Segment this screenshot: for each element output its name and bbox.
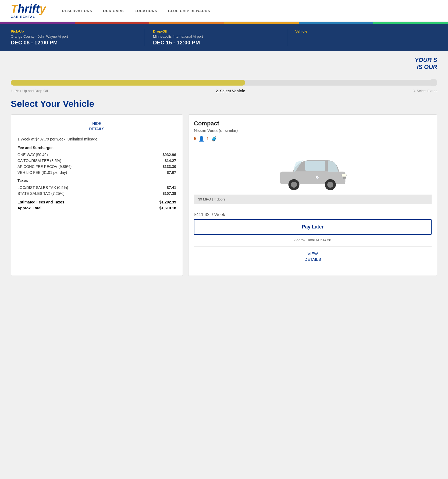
pay-later-button[interactable]: Pay Later bbox=[194, 219, 432, 235]
vehicle-class: Compact bbox=[194, 120, 432, 127]
fee-row-loc-dist: LOC/DIST SALES TAX (0.5%) $7.41 bbox=[17, 185, 176, 190]
car-image-area: N bbox=[194, 146, 432, 195]
pickup-date: DEC 08 - 12:00 PM bbox=[11, 40, 137, 46]
promo-banner: YOUR S IS OUR bbox=[0, 51, 448, 76]
main-content: HIDE DETAILS 1 Week at $407.79 per week.… bbox=[0, 112, 448, 287]
fee-amount-ap-conc: $133.30 bbox=[155, 164, 176, 169]
vehicle-section: Vehicle bbox=[295, 29, 429, 46]
color-seg-1 bbox=[0, 22, 75, 24]
color-bar bbox=[0, 22, 448, 24]
estimated-fees-amount: $1,202.39 bbox=[155, 200, 176, 204]
fee-name-one-way: ONE WAY ($0.49) bbox=[17, 153, 155, 157]
price-period: / Week bbox=[212, 212, 225, 217]
fee-name-veh-lic: VEH LIC FEE ($1.01 per day) bbox=[17, 170, 155, 175]
fee-row-ap-conc: AP CONC FEE RECOV (9.89%) $133.30 bbox=[17, 164, 176, 169]
color-seg-3 bbox=[149, 22, 224, 24]
page-title: Select Your Vehicle bbox=[11, 98, 437, 109]
vehicle-card: Compact Nissan Versa (or similar) 5 👤 1 … bbox=[188, 114, 437, 276]
approx-total-amount: $1,610.18 bbox=[155, 206, 176, 210]
hide-details-line2: DETAILS bbox=[17, 126, 176, 132]
price-value: $411.32 bbox=[194, 212, 209, 217]
taxes-section-title: Taxes bbox=[17, 178, 176, 183]
dropoff-date: DEC 15 - 12:00 PM bbox=[153, 40, 279, 46]
view-details-line2: DETAILS bbox=[194, 256, 432, 262]
divider bbox=[194, 246, 432, 246]
nav-blue-chip[interactable]: BLUE CHIP REWARDS bbox=[168, 9, 210, 13]
promo-line2: IS OUR bbox=[417, 64, 437, 70]
svg-point-6 bbox=[342, 174, 347, 177]
page-title-area: Select Your Vehicle bbox=[0, 93, 448, 112]
estimated-fees-row: Estimated Fees and Taxes $1,202.39 bbox=[17, 200, 176, 204]
fee-name-ca-tourism: CA TOURISM FEE (3.5%) bbox=[17, 159, 155, 163]
main-nav: RESERVATIONS OUR CARS LOCATIONS BLUE CHI… bbox=[62, 9, 210, 13]
step1-label: 1. Pick-Up and Drop-Off bbox=[11, 89, 48, 93]
progress-track bbox=[11, 79, 437, 87]
fee-amount-ca-tourism: $14.27 bbox=[155, 159, 176, 163]
approx-total-display: Approx. Total $1,614.58 bbox=[194, 238, 432, 242]
svg-rect-7 bbox=[343, 177, 346, 178]
svg-point-5 bbox=[327, 182, 333, 188]
step3-label: 3. Select Extras bbox=[413, 89, 437, 93]
person-icon: 👤 bbox=[198, 136, 204, 142]
approx-total-row: Approx. Total $1,610.18 bbox=[17, 206, 176, 210]
details-card: HIDE DETAILS 1 Week at $407.79 per week.… bbox=[11, 114, 183, 276]
bag-icon: 🧳 bbox=[211, 136, 217, 142]
progress-area: 1. Pick-Up and Drop-Off 2. Select Vehicl… bbox=[0, 76, 448, 93]
pickup-section: Pick-Up Orange County - John Wayne Airpo… bbox=[11, 29, 145, 46]
view-details-link[interactable]: VIEW DETAILS bbox=[194, 251, 432, 262]
estimated-fees-label: Estimated Fees and Taxes bbox=[17, 200, 155, 204]
color-seg-5 bbox=[299, 22, 374, 24]
approx-total-label: Approx. Total bbox=[17, 206, 155, 210]
svg-rect-1 bbox=[305, 161, 325, 170]
vehicle-info-bar: 39 MPG | 4 doors bbox=[194, 195, 432, 204]
view-details-line1: VIEW bbox=[194, 251, 432, 256]
fee-row-veh-lic: VEH LIC FEE ($1.01 per day) $7.07 bbox=[17, 170, 176, 175]
fee-row-one-way: ONE WAY ($0.49) $932.96 bbox=[17, 153, 176, 157]
dropoff-label: Drop-Off bbox=[153, 29, 279, 33]
logo-subtitle: CAR RENTAL bbox=[11, 15, 46, 18]
totals-section: Estimated Fees and Taxes $1,202.39 Appro… bbox=[17, 200, 176, 210]
logo: Thrifty CAR RENTAL bbox=[11, 3, 46, 18]
mpg-doors: 39 MPG | 4 doors bbox=[198, 197, 226, 201]
fees-section-title: Fee and Surcharges bbox=[17, 146, 176, 150]
fee-amount-state-sales: $107.38 bbox=[155, 191, 176, 196]
vehicle-specs-icons: 5 👤 1 🧳 bbox=[194, 136, 432, 142]
bag-count: 1 bbox=[207, 136, 209, 141]
color-seg-6 bbox=[373, 22, 448, 24]
fee-amount-loc-dist: $7.41 bbox=[155, 185, 176, 190]
pickup-label: Pick-Up bbox=[11, 29, 137, 33]
nav-reservations[interactable]: RESERVATIONS bbox=[62, 9, 92, 13]
fee-name-loc-dist: LOC/DIST SALES TAX (0.5%) bbox=[17, 185, 155, 190]
hide-details-link[interactable]: HIDE DETAILS bbox=[17, 121, 176, 132]
dropoff-section: Drop-Off Minneapolis International Airpo… bbox=[153, 29, 287, 46]
step2-label: 2. Select Vehicle bbox=[216, 89, 245, 93]
nav-our-cars[interactable]: OUR CARS bbox=[103, 9, 124, 13]
svg-text:N: N bbox=[317, 177, 318, 179]
vehicle-label: Vehicle bbox=[295, 29, 421, 33]
progress-labels: 1. Pick-Up and Drop-Off 2. Select Vehicl… bbox=[11, 87, 437, 93]
booking-bar: Pick-Up Orange County - John Wayne Airpo… bbox=[0, 24, 448, 51]
passenger-count: 5 bbox=[194, 136, 196, 141]
promo-line1: YOUR S bbox=[415, 57, 437, 63]
pickup-location: Orange County - John Wayne Airport bbox=[11, 34, 137, 38]
nav-locations[interactable]: LOCATIONS bbox=[134, 9, 157, 13]
fee-name-ap-conc: AP CONC FEE RECOV (9.89%) bbox=[17, 164, 155, 169]
color-seg-2 bbox=[75, 22, 150, 24]
fee-row-ca-tourism: CA TOURISM FEE (3.5%) $14.27 bbox=[17, 159, 176, 163]
progress-circle-end bbox=[430, 79, 437, 86]
fee-row-state-sales: STATE SALES TAX (7.25%) $107.38 bbox=[17, 191, 176, 196]
car-illustration: N bbox=[275, 150, 350, 191]
header: Thrifty CAR RENTAL RESERVATIONS OUR CARS… bbox=[0, 0, 448, 22]
vehicle-model: Nissan Versa (or similar) bbox=[194, 128, 432, 133]
rental-summary: 1 Week at $407.79 per week. Unlimited mi… bbox=[17, 137, 176, 141]
vehicle-price: $411.32 / Week bbox=[194, 208, 432, 218]
fee-amount-veh-lic: $7.07 bbox=[155, 170, 176, 175]
logo-thrifty: Thrifty bbox=[11, 3, 46, 15]
dropoff-location: Minneapolis International Airport bbox=[153, 34, 279, 38]
fee-name-state-sales: STATE SALES TAX (7.25%) bbox=[17, 191, 155, 196]
svg-point-3 bbox=[291, 182, 297, 188]
fee-amount-one-way: $932.96 bbox=[155, 153, 176, 157]
color-seg-4 bbox=[224, 22, 299, 24]
hide-details-line1: HIDE bbox=[17, 121, 176, 126]
progress-fill bbox=[11, 80, 245, 86]
